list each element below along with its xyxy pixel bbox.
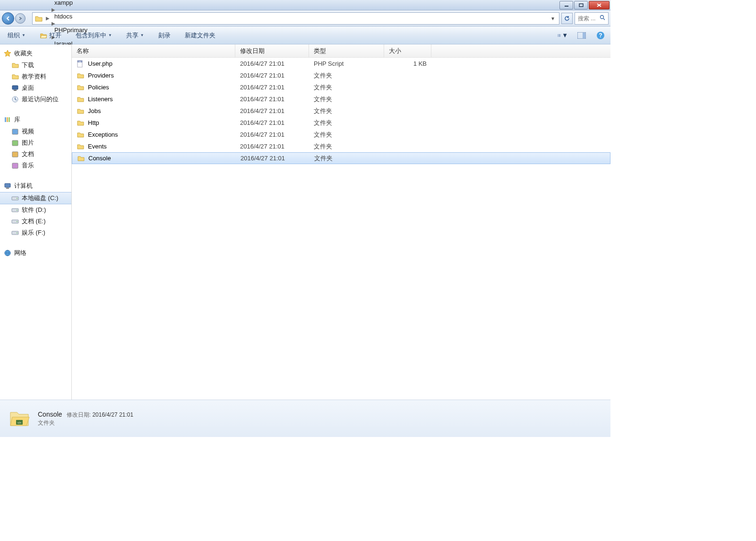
chevron-right-icon[interactable]: ▶ <box>51 21 56 26</box>
file-type: 文件夹 <box>309 131 384 139</box>
svg-rect-7 <box>558 35 560 35</box>
view-button[interactable]: ▼ <box>558 30 568 41</box>
folder-icon <box>77 143 84 150</box>
minimize-button[interactable] <box>559 1 573 9</box>
file-row[interactable]: Console2016/4/27 21:01文件夹 <box>72 152 610 164</box>
sidebar-libraries-header[interactable]: 库 <box>0 113 71 126</box>
sidebar-computer: 计算机 本地磁盘 (C:)软件 (D:)文档 (E:)娱乐 (F:) <box>0 180 71 238</box>
breadcrumb-item[interactable]: htdocs <box>51 13 94 20</box>
sidebar-item-label: 下载 <box>22 61 34 70</box>
column-name[interactable]: 名称 <box>72 44 235 57</box>
sidebar-item[interactable]: 教学资料 <box>0 71 71 82</box>
svg-point-2 <box>601 16 604 19</box>
maximize-button[interactable] <box>574 1 588 9</box>
folder-icon <box>77 96 84 103</box>
nav-buttons <box>2 12 30 25</box>
file-row[interactable]: Exceptions2016/4/27 21:01文件夹 <box>72 129 610 140</box>
file-date: 2016/4/27 21:01 <box>235 107 309 114</box>
folder-icon <box>77 131 84 139</box>
organize-label: 组织 <box>8 31 20 40</box>
help-button[interactable]: ? <box>595 30 606 41</box>
back-button[interactable] <box>2 12 14 25</box>
sidebar-item[interactable]: 文档 <box>0 148 71 160</box>
search-box[interactable] <box>575 12 609 25</box>
new-folder-button[interactable]: 新建文件夹 <box>182 29 218 42</box>
breadcrumb-item[interactable]: xampp <box>51 0 94 6</box>
file-row[interactable]: Providers2016/4/27 21:01文件夹 <box>72 70 610 81</box>
file-row[interactable]: Http2016/4/27 21:01文件夹 <box>72 117 610 129</box>
sidebar-item[interactable]: 娱乐 (F:) <box>0 227 71 238</box>
sidebar-item[interactable]: 最近访问的位 <box>0 94 71 105</box>
content-area: 名称 修改日期 类型 大小 PHPUser.php2016/4/27 21:01… <box>72 44 610 400</box>
organize-button[interactable]: 组织▼ <box>5 29 28 42</box>
folder-icon: </> <box>8 407 31 430</box>
include-button[interactable]: 包含到库中▼ <box>73 29 115 42</box>
file-date: 2016/4/27 21:01 <box>235 143 309 150</box>
sidebar-item[interactable]: 图片 <box>0 137 71 148</box>
breadcrumb[interactable]: ▶ 计算机▶本地磁盘 (C:)▶xampp▶htdocs▶PHPprimary▶… <box>32 12 559 25</box>
drive-icon <box>11 206 19 214</box>
address-dropdown[interactable]: ▾ <box>549 15 557 22</box>
column-type[interactable]: 类型 <box>309 44 384 57</box>
sidebar-item-label: 桌面 <box>22 84 34 92</box>
svg-rect-4 <box>558 34 558 35</box>
file-type: 文件夹 <box>309 71 384 80</box>
file-size: 1 KB <box>384 60 431 67</box>
open-icon <box>40 32 47 39</box>
file-row[interactable]: Listeners2016/4/27 21:01文件夹 <box>72 93 610 105</box>
file-name: Policies <box>88 84 109 91</box>
svg-rect-18 <box>7 117 8 122</box>
file-type: 文件夹 <box>309 142 384 151</box>
chevron-right-icon[interactable]: ▶ <box>45 16 51 21</box>
details-type: 文件夹 <box>38 419 133 427</box>
sidebar-item[interactable]: 视频 <box>0 126 71 137</box>
file-row[interactable]: Policies2016/4/27 21:01文件夹 <box>72 81 610 93</box>
svg-text:</>: </> <box>17 421 22 424</box>
close-button[interactable] <box>589 1 610 9</box>
forward-button[interactable] <box>15 13 26 24</box>
sidebar-favorites: 收藏夹 下载教学资料桌面最近访问的位 <box>0 47 71 105</box>
folder-icon <box>77 107 84 115</box>
file-name: Listeners <box>88 96 113 103</box>
file-row[interactable]: PHPUser.php2016/4/27 21:01PHP Script1 KB <box>72 58 610 70</box>
preview-pane-button[interactable] <box>576 30 587 41</box>
sidebar-item-label: 文档 <box>22 150 34 158</box>
refresh-button[interactable] <box>561 13 573 24</box>
column-size[interactable]: 大小 <box>384 44 431 57</box>
main-area: 收藏夹 下载教学资料桌面最近访问的位 库 视频图片文档音乐 计算机 本地磁盘 (… <box>0 44 610 400</box>
file-type: 文件夹 <box>309 95 384 104</box>
svg-rect-19 <box>9 117 10 122</box>
file-row[interactable]: Jobs2016/4/27 21:01文件夹 <box>72 105 610 117</box>
sidebar-item[interactable]: 下载 <box>0 60 71 71</box>
column-date[interactable]: 修改日期 <box>235 44 309 57</box>
search-input[interactable] <box>578 15 597 22</box>
details-pane: </> Console 修改日期: 2016/4/27 21:01 文件夹 <box>0 400 610 437</box>
chevron-right-icon[interactable]: ▶ <box>51 7 56 12</box>
chevron-down-icon: ▼ <box>108 33 112 37</box>
network-icon <box>4 249 11 257</box>
folder-icon <box>77 155 85 162</box>
share-button[interactable]: 共享▼ <box>123 29 147 42</box>
svg-rect-22 <box>12 152 18 157</box>
sidebar-network-header[interactable]: 网络 <box>0 247 71 259</box>
sidebar-item[interactable]: 音乐 <box>0 160 71 171</box>
item-icon <box>11 162 19 169</box>
sidebar-item-label: 音乐 <box>22 161 34 170</box>
search-icon <box>600 15 605 22</box>
file-list: PHPUser.php2016/4/27 21:01PHP Script1 KB… <box>72 58 610 164</box>
sidebar-item[interactable]: 文档 (E:) <box>0 216 71 227</box>
sidebar-computer-header[interactable]: 计算机 <box>0 180 71 192</box>
sidebar-item[interactable]: 桌面 <box>0 82 71 94</box>
file-date: 2016/4/27 21:01 <box>235 60 309 67</box>
sidebar-item-label: 图片 <box>22 139 34 147</box>
sidebar-item[interactable]: 软件 (D:) <box>0 204 71 216</box>
burn-button[interactable]: 刻录 <box>155 29 173 42</box>
file-row[interactable]: Events2016/4/27 21:01文件夹 <box>72 140 610 152</box>
file-type: 文件夹 <box>309 83 384 92</box>
sidebar-favorites-header[interactable]: 收藏夹 <box>0 47 71 60</box>
sidebar-item-label: 视频 <box>22 127 34 136</box>
sidebar-item[interactable]: 本地磁盘 (C:) <box>0 192 71 204</box>
open-button[interactable]: 打开 <box>37 29 64 42</box>
sidebar-computer-label: 计算机 <box>14 182 33 190</box>
star-icon <box>4 50 11 57</box>
